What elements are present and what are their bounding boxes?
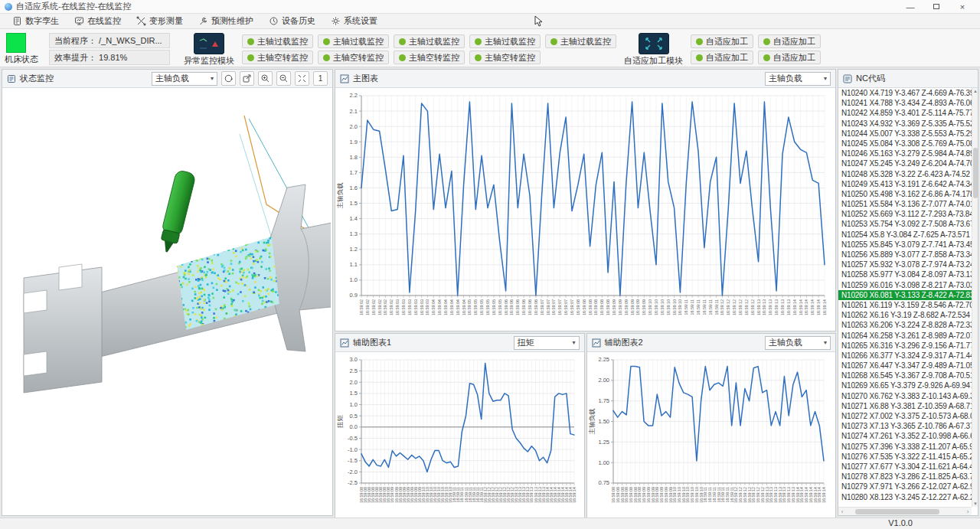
adaptive-module[interactable]: 自适应加工模块 bbox=[624, 33, 683, 67]
nc-line[interactable]: N10271 X6.88 Y-3.381 Z-10.359 A-68.711 bbox=[838, 401, 972, 411]
nc-line[interactable]: N10258 X5.977 Y-3.084 Z-8.097 A-73.138 bbox=[838, 269, 972, 279]
spindle-idle-monitor-button-0[interactable]: 主轴空转监控 bbox=[242, 51, 313, 64]
export-view-button[interactable] bbox=[240, 71, 254, 86]
nc-line[interactable]: N10261 X6.119 Y-3.159 Z-8.546 A-72.701 bbox=[838, 300, 972, 310]
nc-horizontal-scrollbar[interactable]: ‹ › bbox=[838, 507, 972, 515]
nc-line[interactable]: N10279 X7.971 Y-3.266 Z-12.027 A-62.98 bbox=[838, 482, 972, 491]
adaptive-machining-button-2[interactable]: 自适应加工 bbox=[691, 51, 753, 64]
adaptive-machining-button-1[interactable]: 自适应加工 bbox=[758, 34, 821, 48]
nc-line[interactable]: N10246 X5.163 Y-3.279 Z-5.984 A-74.892 bbox=[838, 149, 972, 158]
nc-line[interactable]: N10262 X6.16 Y-3.19 Z-8.682 A-72.534 C bbox=[838, 310, 972, 320]
scroll-right-icon[interactable]: › bbox=[964, 508, 972, 515]
menu-item-2[interactable]: 变形测量 bbox=[129, 14, 191, 29]
svg-text:16:59:13: 16:59:13 bbox=[780, 299, 785, 315]
nc-line[interactable]: N10254 X5.8 Y-3.084 Z-7.625 A-73.571 C bbox=[838, 230, 972, 240]
nc-line[interactable]: N10277 X7.677 Y-3.304 Z-11.621 A-64.48 bbox=[838, 462, 972, 472]
window-title: 自适应系统-在线监控-在线监控 bbox=[16, 1, 131, 12]
chevron-down-icon: ▾ bbox=[824, 75, 827, 82]
menu-item-0[interactable]: 数字孪生 bbox=[5, 14, 67, 29]
aux-chart1-signal-select[interactable]: 扭矩 ▾ bbox=[514, 336, 580, 350]
nc-line[interactable]: N10276 X7.535 Y-3.322 Z-11.415 A-65.22 bbox=[838, 452, 972, 462]
nc-line[interactable]: N10263 X6.206 Y-3.224 Z-8.828 A-72.33 C bbox=[838, 320, 972, 330]
svg-text:16:59:10: 16:59:10 bbox=[660, 299, 665, 315]
nc-line[interactable]: N10268 X6.545 Y-3.367 Z-9.708 A-70.519 bbox=[838, 371, 972, 380]
scroll-left-icon[interactable]: ‹ bbox=[838, 508, 846, 515]
machined-part-3d-view bbox=[2, 88, 331, 515]
svg-text:16:59:08: 16:59:08 bbox=[582, 299, 586, 315]
nc-line[interactable]: N10250 X5.498 Y-3.162 Z-6.86 A-74.178 C bbox=[838, 189, 972, 199]
view-level-box[interactable]: 1 bbox=[313, 71, 328, 86]
nc-line[interactable]: N10275 X7.396 Y-3.338 Z-11.207 A-65.95 bbox=[838, 442, 972, 452]
menu-item-4[interactable]: 设备历史 bbox=[261, 14, 323, 29]
nc-line[interactable]: N10243 X4.932 Y-3.369 Z-5.335 A-75.523 bbox=[838, 119, 972, 129]
nc-line[interactable]: N10249 X5.413 Y-3.191 Z-6.642 A-74.346 bbox=[838, 179, 972, 189]
anomaly-module[interactable]: 异常监控模块 bbox=[184, 33, 234, 67]
nc-line[interactable]: N10266 X6.377 Y-3.324 Z-9.317 A-71.443 bbox=[838, 351, 972, 361]
spindle-idle-monitor-button-3[interactable]: 主轴空转监控 bbox=[469, 51, 541, 64]
nc-line[interactable]: N10270 X6.762 Y-3.383 Z-10.143 A-69.34 bbox=[838, 391, 972, 401]
fit-view-button[interactable] bbox=[295, 71, 309, 86]
spindle-overload-monitor-button-0[interactable]: 主轴过载监控 bbox=[242, 34, 313, 48]
nc-line[interactable]: N10265 X6.316 Y-3.296 Z-9.156 A-71.771 bbox=[838, 341, 972, 351]
nc-vertical-scrollbar[interactable]: ▲ ▼ bbox=[972, 88, 978, 507]
nc-line-active[interactable]: N10260 X6.081 Y-3.133 Z-8.422 A-72.835 bbox=[838, 290, 972, 300]
menu-item-3[interactable]: 预测性维护 bbox=[191, 14, 261, 29]
nc-line[interactable]: N10267 X6.447 Y-3.347 Z-9.489 A-71.055 bbox=[838, 361, 972, 371]
adaptive-machining-button-3[interactable]: 自适应加工 bbox=[758, 51, 821, 64]
svg-text:1.75: 1.75 bbox=[598, 397, 609, 404]
nc-line[interactable]: N10241 X4.788 Y-3.434 Z-4.893 A-76.062 bbox=[838, 98, 972, 108]
spindle-overload-monitor-button-2[interactable]: 主轴过载监控 bbox=[394, 34, 465, 48]
spindle-idle-monitor-button-2[interactable]: 主轴空转监控 bbox=[394, 51, 465, 64]
svg-text:16:59:14: 16:59:14 bbox=[572, 487, 577, 503]
nc-line[interactable]: N10269 X6.65 Y-3.379 Z-9.926 A-69.947 C bbox=[838, 380, 972, 390]
nc-line[interactable]: N10240 X4.719 Y-3.467 Z-4.669 A-76.396 bbox=[838, 88, 972, 98]
adaptive-machining-button-0[interactable]: 自适应加工 bbox=[691, 34, 753, 48]
aux-chart2-signal-select[interactable]: 主轴负载 ▾ bbox=[765, 336, 831, 350]
svg-text:16:59:08: 16:59:08 bbox=[588, 299, 593, 315]
nc-line[interactable]: N10264 X6.258 Y-3.261 Z-8.989 A-72.072 bbox=[838, 331, 972, 341]
nc-line[interactable]: N10272 X7.002 Y-3.375 Z-10.573 A-68.05 bbox=[838, 411, 972, 421]
svg-text:16:59:03: 16:59:03 bbox=[401, 299, 406, 315]
nc-line[interactable]: N10245 X5.084 Y-3.308 Z-5.769 A-75.088 bbox=[838, 139, 972, 149]
nc-code-list[interactable]: N10240 X4.719 Y-3.467 Z-4.669 A-76.396N1… bbox=[838, 88, 972, 507]
nc-line[interactable]: N10251 X5.584 Y-3.136 Z-7.077 A-74.012 bbox=[838, 199, 972, 209]
nc-line[interactable]: N10278 X7.823 Y-3.286 Z-11.825 A-63.73 bbox=[838, 472, 972, 482]
nc-line[interactable]: N10242 X4.859 Y-3.401 Z-5.114 A-75.775 bbox=[838, 108, 972, 118]
scroll-up-icon[interactable]: ▲ bbox=[972, 88, 978, 94]
nc-line[interactable]: N10274 X7.261 Y-3.352 Z-10.998 A-66.67 bbox=[838, 431, 972, 441]
status-signal-select[interactable]: 主轴负载 ▾ bbox=[152, 72, 217, 86]
maximize-button[interactable] bbox=[923, 0, 949, 13]
nc-line[interactable]: N10259 X6.016 Y-3.098 Z-8.217 A-73.036 bbox=[838, 280, 972, 290]
nc-line[interactable]: N10257 X5.932 Y-3.078 Z-7.974 A-73.243 bbox=[838, 260, 972, 269]
nc-line[interactable]: N10253 X5.754 Y-3.092 Z-7.508 A-73.677 bbox=[838, 219, 972, 229]
minimize-button[interactable]: — bbox=[897, 0, 923, 13]
machine-status-label: 机床状态 bbox=[5, 54, 47, 65]
spindle-overload-monitor-button-4[interactable]: 主轴过载监控 bbox=[545, 34, 616, 48]
close-button[interactable]: × bbox=[949, 0, 975, 13]
menu-item-5[interactable]: 系统设置 bbox=[323, 14, 385, 29]
orbit-view-button[interactable] bbox=[221, 71, 236, 86]
status-3d-viewport[interactable] bbox=[2, 88, 332, 515]
spindle-overload-monitor-button-1[interactable]: 主轴过载监控 bbox=[318, 34, 389, 48]
nc-line[interactable]: N10252 X5.669 Y-3.112 Z-7.293 A-73.844 bbox=[838, 209, 972, 219]
svg-text:1.9: 1.9 bbox=[350, 139, 358, 145]
zoom-out-button[interactable] bbox=[276, 71, 291, 86]
nc-line[interactable]: N10280 X8.123 Y-3.245 Z-12.227 A-62.23 bbox=[838, 492, 972, 502]
svg-text:16:59:13: 16:59:13 bbox=[768, 299, 773, 315]
menu-item-1[interactable]: 在线监控 bbox=[67, 14, 129, 29]
spindle-idle-monitor-button-1[interactable]: 主轴空转监控 bbox=[318, 51, 389, 64]
nc-line[interactable]: N10255 X5.845 Y-3.079 Z-7.741 A-73.458 bbox=[838, 240, 972, 250]
nc-line[interactable]: N10244 X5.007 Y-3.338 Z-5.553 A-75.297 bbox=[838, 129, 972, 139]
nc-line[interactable]: N10273 X7.13 Y-3.365 Z-10.786 A-67.372 bbox=[838, 421, 972, 431]
nc-line[interactable]: N10248 X5.328 Y-3.22 Z-6.423 A-74.52 C bbox=[838, 169, 972, 179]
nc-line[interactable]: N10247 X5.245 Y-3.249 Z-6.204 A-74.701 bbox=[838, 158, 972, 168]
nc-vscroll-thumb[interactable] bbox=[973, 148, 978, 198]
scroll-down-icon[interactable]: ▼ bbox=[972, 501, 978, 507]
zoom-in-button[interactable] bbox=[258, 71, 273, 86]
svg-text:16:59:08: 16:59:08 bbox=[606, 299, 610, 315]
nc-hscroll-thumb[interactable] bbox=[855, 509, 939, 514]
nc-line[interactable]: N10256 X5.889 Y-3.077 Z-7.858 A-73.348 bbox=[838, 250, 972, 260]
main-chart-signal-select[interactable]: 主轴负载 ▾ bbox=[765, 72, 831, 86]
svg-text:2.5: 2.5 bbox=[350, 367, 358, 374]
spindle-overload-monitor-button-3[interactable]: 主轴过载监控 bbox=[469, 34, 541, 48]
